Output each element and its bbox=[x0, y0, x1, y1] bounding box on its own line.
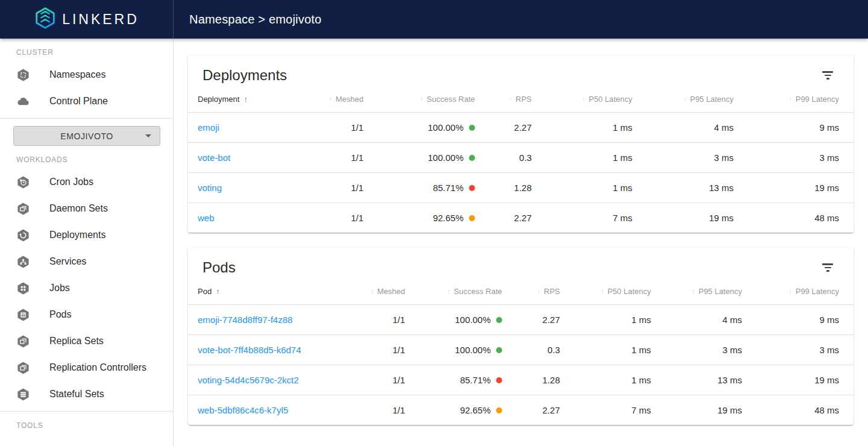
column-header-deployment[interactable]: Deployment↑ bbox=[188, 87, 297, 113]
linkerd-logo[interactable]: LINKERD bbox=[0, 0, 174, 39]
cell-pod-name: voting-54d4c5679c-2kct2 bbox=[188, 365, 339, 395]
header-breadcrumb-area: Namespace > emojivoto bbox=[174, 0, 868, 39]
sidebar-item-deployments[interactable]: Deployments bbox=[0, 222, 173, 248]
cell-p95-latency: 13 ms bbox=[632, 173, 734, 203]
success-rate-status-dot bbox=[469, 215, 475, 221]
cell-success-rate: 100.00% bbox=[405, 335, 502, 365]
sort-asc-icon: ↑ bbox=[244, 95, 248, 104]
cell-deployment-name: emoji bbox=[188, 113, 297, 143]
sort-asc-icon: ↑ bbox=[370, 287, 374, 296]
column-header-pod[interactable]: Pod↑ bbox=[188, 280, 339, 305]
deployment-link[interactable]: voting bbox=[198, 183, 222, 193]
sidebar-item-namespaces[interactable]: Namespaces bbox=[0, 61, 173, 88]
sidebar-item-services[interactable]: Services bbox=[0, 248, 173, 275]
cell-p50-latency: 7 ms bbox=[560, 395, 651, 426]
top-app-bar: LINKERD Namespace > emojivoto bbox=[0, 0, 868, 39]
cell-rps: 2.27 bbox=[502, 395, 560, 426]
sidebar-item-replica-sets[interactable]: Replica Sets bbox=[0, 328, 173, 354]
cell-meshed: 1/1 bbox=[297, 203, 363, 233]
linkerd-logo-icon bbox=[34, 7, 57, 32]
column-header-success-rate[interactable]: ↑Success Rate bbox=[363, 87, 475, 113]
pods-table-header-row: Pod↑ ↑Meshed ↑Success Rate ↑RPS ↑P50 Lat bbox=[188, 280, 854, 305]
deployments-icon bbox=[16, 228, 30, 242]
sort-asc-icon: ↑ bbox=[600, 287, 605, 296]
sidebar-item-jobs[interactable]: Jobs bbox=[0, 275, 173, 301]
pods-table-body: emoji-7748d8ff97-f4z88 1/1 100.00% 2.27 … bbox=[188, 305, 854, 426]
sort-asc-icon: ↑ bbox=[329, 95, 333, 104]
sidebar-item-pods[interactable]: Pods bbox=[0, 301, 173, 328]
cell-p99-latency: 9 ms bbox=[742, 305, 854, 335]
deployment-link[interactable]: vote-bot bbox=[198, 152, 230, 163]
deployments-card-title: Deployments bbox=[203, 67, 287, 84]
cell-p95-latency: 19 ms bbox=[651, 395, 742, 426]
sort-asc-icon: ↑ bbox=[447, 287, 451, 296]
column-header-p95-latency[interactable]: ↑P95 Latency bbox=[632, 87, 734, 113]
deployment-row: vote-bot 1/1 100.00% 0.3 1 ms 3 ms 3 ms bbox=[188, 143, 854, 173]
success-rate-status-dot bbox=[496, 347, 502, 353]
pod-row: emoji-7748d8ff97-f4z88 1/1 100.00% 2.27 … bbox=[188, 305, 854, 335]
linkerd-dashboard: LINKERD Namespace > emojivoto CLUSTER Na… bbox=[0, 0, 868, 446]
sort-asc-icon: ↑ bbox=[420, 95, 424, 104]
pods-card: Pods Pod↑ ↑Meshed bbox=[188, 248, 854, 425]
success-rate-status-dot bbox=[469, 125, 475, 131]
filter-icon[interactable] bbox=[820, 68, 835, 83]
column-header-meshed[interactable]: ↑Meshed bbox=[297, 87, 363, 113]
deployment-link[interactable]: emoji bbox=[198, 122, 219, 133]
namespace-select[interactable]: EMOJIVOTO bbox=[13, 126, 160, 146]
cell-meshed: 1/1 bbox=[339, 365, 405, 395]
deployment-link[interactable]: web bbox=[198, 213, 215, 223]
sidebar-section-tools: TOOLS bbox=[16, 421, 173, 430]
cell-success-rate: 92.65% bbox=[405, 395, 502, 426]
sidebar-item-daemon-sets[interactable]: Daemon Sets bbox=[0, 195, 173, 222]
sidebar-section-cluster: CLUSTER bbox=[16, 48, 173, 57]
cell-success-rate: 85.71% bbox=[363, 173, 475, 203]
pod-link[interactable]: vote-bot-7ff4b88d5-k6d74 bbox=[198, 345, 301, 355]
cell-rps: 0.3 bbox=[502, 335, 560, 365]
column-header-p95-latency[interactable]: ↑P95 Latency bbox=[651, 280, 742, 305]
namespaces-icon bbox=[16, 68, 30, 82]
column-header-p50-latency[interactable]: ↑P50 Latency bbox=[532, 87, 632, 113]
sort-asc-icon: ↑ bbox=[788, 287, 793, 296]
column-header-rps[interactable]: ↑RPS bbox=[475, 87, 532, 113]
sidebar-item-stateful-sets[interactable]: Stateful Sets bbox=[0, 381, 173, 407]
filter-icon[interactable] bbox=[820, 260, 835, 275]
column-header-rps[interactable]: ↑RPS bbox=[502, 280, 560, 305]
sort-asc-icon: ↑ bbox=[509, 95, 513, 104]
services-icon bbox=[16, 255, 30, 269]
pod-link[interactable]: web-5dbf86c4c6-k7yl5 bbox=[198, 405, 288, 415]
cell-p50-latency: 1 ms bbox=[532, 143, 632, 173]
cell-rps: 2.27 bbox=[502, 305, 560, 335]
cell-success-rate: 92.65% bbox=[363, 203, 475, 233]
sort-asc-icon: ↑ bbox=[216, 287, 220, 296]
cell-pod-name: vote-bot-7ff4b88d5-k6d74 bbox=[188, 335, 339, 365]
replication-controllers-icon bbox=[16, 361, 30, 375]
cell-meshed: 1/1 bbox=[297, 143, 363, 173]
sort-asc-icon: ↑ bbox=[683, 95, 687, 104]
stateful-sets-icon bbox=[16, 388, 30, 401]
sidebar: CLUSTER Namespaces Control Plane EMOJIVO… bbox=[0, 39, 174, 446]
cell-pod-name: web-5dbf86c4c6-k7yl5 bbox=[188, 395, 339, 426]
pod-link[interactable]: voting-54d4c5679c-2kct2 bbox=[198, 375, 299, 385]
pod-row: vote-bot-7ff4b88d5-k6d74 1/1 100.00% 0.3… bbox=[188, 335, 854, 365]
sidebar-item-cron-jobs[interactable]: Cron Jobs bbox=[0, 169, 173, 195]
cell-p95-latency: 13 ms bbox=[651, 365, 742, 395]
cell-p99-latency: 3 ms bbox=[734, 143, 854, 173]
sort-asc-icon: ↑ bbox=[582, 95, 586, 104]
column-header-success-rate[interactable]: ↑Success Rate bbox=[405, 280, 502, 305]
cell-p95-latency: 4 ms bbox=[632, 113, 734, 143]
sidebar-item-replication-controllers[interactable]: Replication Controllers bbox=[0, 354, 173, 381]
cell-p99-latency: 9 ms bbox=[734, 113, 854, 143]
column-header-p50-latency[interactable]: ↑P50 Latency bbox=[560, 280, 651, 305]
deployments-table-body: emoji 1/1 100.00% 2.27 1 ms 4 ms 9 ms vo… bbox=[188, 113, 854, 233]
column-header-meshed[interactable]: ↑Meshed bbox=[339, 280, 405, 305]
cell-pod-name: emoji-7748d8ff97-f4z88 bbox=[188, 305, 339, 335]
cell-p95-latency: 3 ms bbox=[632, 143, 734, 173]
cell-deployment-name: voting bbox=[188, 173, 297, 203]
pods-icon bbox=[16, 308, 30, 322]
pod-link[interactable]: emoji-7748d8ff97-f4z88 bbox=[198, 315, 292, 325]
cell-meshed: 1/1 bbox=[339, 395, 405, 426]
column-header-p99-latency[interactable]: ↑P99 Latency bbox=[742, 280, 854, 305]
column-header-p99-latency[interactable]: ↑P99 Latency bbox=[734, 87, 854, 113]
sidebar-item-control-plane[interactable]: Control Plane bbox=[0, 88, 173, 115]
cell-deployment-name: vote-bot bbox=[188, 143, 297, 173]
